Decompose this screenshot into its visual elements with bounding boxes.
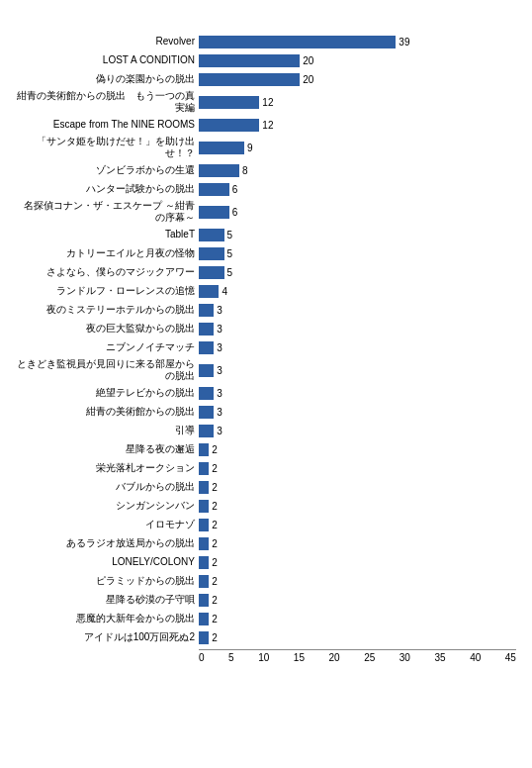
bar-value: 2 [212, 482, 218, 493]
bar-value: 5 [227, 248, 233, 259]
chart-row: ピラミッドからの脱出2 [16, 573, 516, 589]
bar-label: Revolver [16, 36, 199, 48]
bar-value: 20 [303, 55, 313, 66]
bar [199, 364, 214, 377]
bar [199, 387, 214, 400]
bar-label: 紺青の美術館からの脱出 [16, 406, 199, 418]
bar-value: 12 [262, 97, 273, 108]
chart-row: アイドルは100万回死ぬ22 [16, 629, 516, 645]
bar-chart: Revolver39LOST A CONDITION20偽りの楽園からの脱出20… [16, 34, 516, 663]
bar [199, 142, 244, 154]
bar-value: 2 [212, 501, 218, 512]
chart-row: TableT5 [16, 227, 516, 242]
bar [199, 537, 209, 550]
axis-tick: 25 [364, 652, 375, 663]
bar-label: Escape from The NINE ROOMS [16, 119, 199, 131]
bar-label: 星降る夜の邂逅 [16, 443, 199, 455]
bar-value: 2 [212, 557, 218, 568]
bar [199, 631, 209, 644]
bar-label: TableT [16, 229, 199, 240]
bar-label: 星降る砂漠の子守唄 [16, 594, 199, 606]
chart-row: ハンター試験からの脱出6 [16, 181, 516, 197]
bar [199, 500, 209, 513]
bar-value: 3 [217, 342, 222, 353]
chart-row: 夜の巨大監獄からの脱出3 [16, 321, 516, 336]
bar [199, 164, 239, 177]
bar [199, 556, 209, 569]
chart-row: 星降る砂漠の子守唄2 [16, 592, 516, 608]
bar [199, 304, 214, 317]
chart-row: Revolver39 [16, 34, 516, 49]
bar-value: 5 [227, 267, 233, 278]
axis-labels: 051015202530354045 [199, 649, 516, 663]
bar-label: 「サンタ姫を助けだせ！」を助け出せ！？ [16, 136, 199, 159]
bar-value: 3 [217, 407, 222, 418]
bar-label: バブルからの脱出 [16, 481, 199, 493]
bar [199, 341, 214, 354]
bar [199, 266, 224, 279]
bar-label: 紺青の美術館からの脱出 もう一つの真実編 [16, 90, 199, 114]
chart-row: ニブンノイチマッチ3 [16, 339, 516, 355]
bar-label: ハンター試験からの脱出 [16, 183, 199, 195]
bar [199, 462, 209, 475]
chart-row: 星降る夜の邂逅2 [16, 441, 516, 457]
bar-label: 夜の巨大監獄からの脱出 [16, 323, 199, 335]
chart-row: さよなら、僕らのマジックアワー5 [16, 264, 516, 280]
bar-value: 2 [212, 463, 218, 474]
bar-label: 引導 [16, 425, 199, 436]
bar-label: 絶望テレビからの脱出 [16, 387, 199, 399]
bar-label: 悪魔的大新年会からの脱出 [16, 613, 199, 624]
bar [199, 575, 209, 588]
chart-row: 「サンタ姫を助けだせ！」を助け出せ！？9 [16, 136, 516, 159]
chart-row: カトリーエイルと月夜の怪物5 [16, 245, 516, 261]
bar-value: 12 [262, 120, 273, 131]
bar-value: 2 [212, 614, 218, 624]
bar-value: 9 [247, 143, 253, 153]
bar-value: 3 [217, 365, 222, 376]
chart-row: 紺青の美術館からの脱出3 [16, 404, 516, 420]
chart-row: イロモナゾ2 [16, 517, 516, 532]
bar [199, 247, 224, 260]
bar [199, 443, 209, 456]
chart-row: 紺青の美術館からの脱出 もう一つの真実編12 [16, 90, 516, 114]
chart-row: LOST A CONDITION20 [16, 52, 516, 68]
bar [199, 425, 214, 437]
chart-row: 栄光落札オークション2 [16, 460, 516, 476]
bar-label: 夜のミステリーホテルからの脱出 [16, 304, 199, 316]
bar-value: 20 [303, 74, 313, 85]
bar [199, 594, 209, 607]
bar-label: シンガンシンバン [16, 500, 199, 512]
bar [199, 119, 259, 132]
bar-value: 3 [217, 426, 222, 436]
bar-label: カトリーエイルと月夜の怪物 [16, 247, 199, 259]
bar-value: 6 [232, 207, 238, 218]
bar-value: 8 [242, 165, 248, 176]
bar-label: アイドルは100万回死ぬ2 [16, 631, 199, 643]
bar-value: 39 [399, 37, 409, 48]
bar [199, 613, 209, 625]
bar-value: 3 [217, 388, 222, 399]
bar-label: ピラミッドからの脱出 [16, 575, 199, 587]
bar-value: 2 [212, 520, 218, 530]
bar [199, 285, 219, 298]
bar-label: 栄光落札オークション [16, 462, 199, 474]
bar-value: 6 [232, 184, 238, 195]
chart-row: 名探偵コナン・ザ・エスケープ ～紺青の序幕～6 [16, 200, 516, 224]
axis-tick: 30 [399, 652, 410, 663]
bar-value: 5 [227, 230, 233, 240]
bar [199, 406, 214, 419]
chart-row: 偽りの楽園からの脱出20 [16, 71, 516, 87]
bar-label: 名探偵コナン・ザ・エスケープ ～紺青の序幕～ [16, 200, 199, 224]
bar-value: 3 [217, 305, 222, 316]
bar-label: ニブンノイチマッチ [16, 341, 199, 353]
bar-label: ランドルフ・ローレンスの追憶 [16, 285, 199, 297]
axis-tick: 0 [199, 652, 205, 663]
bar-label: イロモナゾ [16, 519, 199, 530]
bar-value: 2 [212, 444, 218, 455]
bar-label: 偽りの楽園からの脱出 [16, 73, 199, 85]
bar-value: 2 [212, 576, 218, 587]
chart-row: 夜のミステリーホテルからの脱出3 [16, 302, 516, 318]
axis-tick: 10 [258, 652, 269, 663]
bar-label: あるラジオ放送局からの脱出 [16, 537, 199, 549]
chart-row: ランドルフ・ローレンスの追憶4 [16, 283, 516, 299]
